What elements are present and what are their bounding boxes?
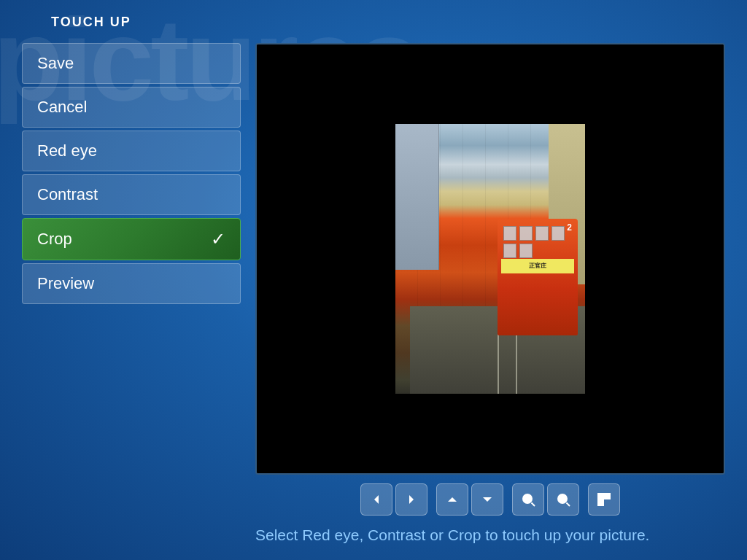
crop-tool-button[interactable] — [588, 483, 620, 516]
preview-label: Preview — [37, 274, 94, 293]
tram: 2 正官庄 — [498, 219, 578, 335]
contrast-label: Contrast — [37, 185, 98, 204]
black-panel-right — [618, 44, 724, 473]
crop-label: Crop — [37, 230, 72, 249]
image-container: 2 正官庄 — [255, 43, 725, 545]
sidebar-item-save[interactable]: Save — [22, 43, 241, 84]
svg-rect-9 — [598, 500, 603, 505]
red-eye-label: Red eye — [37, 141, 97, 160]
toolbar — [255, 475, 725, 521]
save-label: Save — [37, 54, 74, 73]
sidebar-item-red-eye[interactable]: Red eye — [22, 131, 241, 171]
photo-inner: 2 正官庄 — [395, 124, 585, 394]
arrow-up-button[interactable] — [436, 483, 468, 516]
svg-line-2 — [532, 502, 535, 506]
svg-line-6 — [567, 502, 570, 506]
svg-rect-8 — [605, 494, 610, 499]
black-panel-left — [257, 44, 363, 473]
cancel-label: Cancel — [37, 98, 87, 117]
svg-rect-7 — [598, 494, 603, 499]
move-arrows — [436, 483, 503, 516]
sidebar-item-preview[interactable]: Preview — [22, 263, 241, 304]
status-text: Select Red eye, Contrast or Crop to touc… — [255, 524, 725, 545]
tram-sign: 正官庄 — [501, 259, 574, 273]
arrow-left-button[interactable] — [360, 483, 392, 516]
sidebar-item-cancel[interactable]: Cancel — [22, 87, 241, 128]
photo: 2 正官庄 — [395, 124, 585, 394]
active-checkmark: ✓ — [211, 229, 225, 249]
zoom-in-button[interactable] — [547, 483, 579, 516]
sidebar-item-contrast[interactable]: Contrast — [22, 174, 241, 215]
sidebar-item-crop[interactable]: Crop ✓ — [22, 218, 241, 260]
arrow-right-button[interactable] — [395, 483, 427, 516]
sidebar: Save Cancel Red eye Contrast Crop ✓ Prev… — [22, 43, 241, 545]
nav-arrows — [360, 483, 427, 516]
zoom-controls — [512, 483, 579, 516]
buildings-left — [395, 124, 439, 270]
crop-tool-group — [588, 483, 620, 516]
tram-windows — [503, 226, 572, 258]
page-title: TOUCH UP — [51, 15, 725, 30]
arrow-down-button[interactable] — [471, 483, 503, 516]
image-display: 2 正官庄 — [255, 43, 725, 475]
zoom-out-button[interactable] — [512, 483, 544, 516]
